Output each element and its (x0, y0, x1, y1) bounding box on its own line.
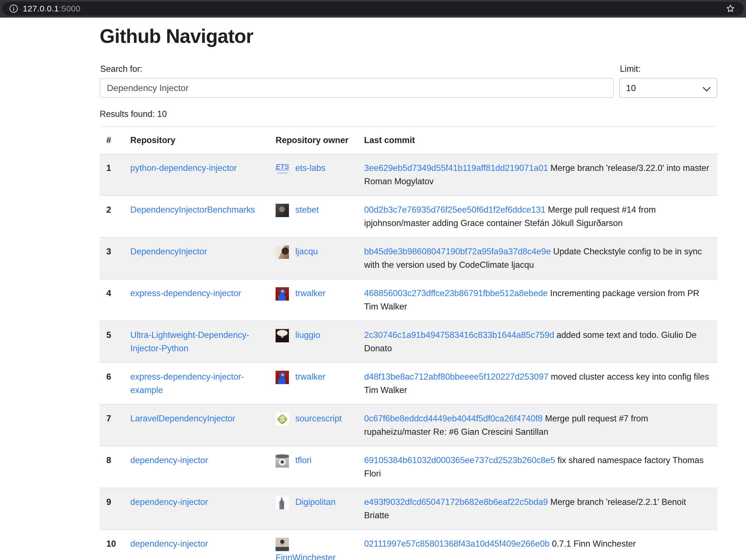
header-repository: Repository (123, 127, 269, 154)
header-index: # (99, 127, 123, 154)
owner-cell: trwalker (269, 279, 357, 321)
row-index: 1 (99, 154, 123, 196)
owner-link[interactable]: trwalker (295, 372, 326, 382)
repository-link[interactable]: dependency-injector (130, 539, 208, 549)
owner-link[interactable]: ljacqu (295, 246, 318, 256)
owner-link[interactable]: ets-labs (295, 163, 326, 173)
search-input[interactable] (99, 78, 614, 98)
owner-avatar-image (276, 538, 289, 551)
row-index: 7 (99, 405, 123, 446)
last-commit-cell: bb45d9e3b98608047190bf72a95fa9a37d8c4e9e… (357, 237, 717, 279)
row-index: 8 (99, 446, 123, 488)
row-index: 2 (99, 196, 123, 237)
repository-cell: dependency-injector (123, 446, 269, 488)
owner-link[interactable]: tflori (295, 455, 312, 465)
table-row: 10 dependency-injector FinnWinchester 02… (99, 530, 717, 560)
owner-cell: tflori (269, 446, 357, 488)
last-commit-cell: e493f9032dfcd65047172b682e8b6eaf22c5bda9… (357, 488, 717, 530)
table-row: 2 DependencyInjectorBenchmarks stebet 00… (99, 196, 717, 237)
owner-avatar-image (276, 204, 289, 217)
last-commit-cell: 3ee629eb5d7349d55f41b119aff81dd219071a01… (357, 154, 717, 196)
repository-cell: DependencyInjector (123, 237, 269, 279)
commit-hash-link[interactable]: 2c30746c1a91b4947583416c833b1644a85c759d (364, 330, 554, 340)
row-index: 5 (99, 321, 123, 363)
last-commit-cell: 468856003c273dffce23b86791fbbe512a8ebede… (357, 279, 717, 321)
browser-chrome: 127.0.0.1:5000 (0, 0, 746, 18)
owner-link[interactable]: sourcescript (295, 414, 342, 423)
results-table-body: 1 python-dependency-injector ets-labs 3e… (99, 154, 717, 560)
limit-select[interactable]: 10 (619, 78, 717, 98)
repository-link[interactable]: LaravelDependencyInjector (130, 414, 235, 423)
results-table: # Repository Repository owner Last commi… (99, 126, 717, 560)
repository-link[interactable]: DependencyInjectorBenchmarks (130, 205, 255, 214)
repository-cell: DependencyInjectorBenchmarks (123, 196, 269, 237)
table-row: 5 Ultra-Lightweight-Dependency-Injector-… (99, 321, 717, 363)
repository-link[interactable]: express-dependency-injector (130, 288, 241, 298)
limit-field-group: Limit: 10 (619, 64, 717, 98)
repository-link[interactable]: dependency-injector (130, 455, 208, 465)
info-icon[interactable] (9, 4, 18, 13)
limit-label: Limit: (620, 64, 717, 74)
url-host: 127.0.0.1 (23, 4, 59, 13)
repository-cell: dependency-injector (123, 488, 269, 530)
owner-avatar-image (276, 454, 289, 468)
repository-link[interactable]: dependency-injector (130, 497, 208, 507)
commit-hash-link[interactable]: 3ee629eb5d7349d55f41b119aff81dd219071a01 (364, 163, 548, 173)
commit-hash-link[interactable]: 0c67f6be8eddcd4449eb4044f5df0ca26f4740f8 (364, 414, 543, 423)
owner-link[interactable]: liuggio (295, 330, 320, 340)
owner-cell: ljacqu (269, 237, 357, 279)
commit-hash-link[interactable]: bb45d9e3b98608047190bf72a95fa9a37d8c4e9e (364, 246, 551, 256)
repository-link[interactable]: express-dependency-injector-example (130, 372, 244, 395)
table-row: 9 dependency-injector Digipolitan e493f9… (99, 488, 717, 530)
header-repository-owner: Repository owner (269, 127, 357, 154)
main-content: Github Navigator Search for: Limit: 10 R… (99, 25, 717, 560)
url-port: :5000 (59, 4, 81, 13)
last-commit-cell: 69105384b61032d000365ee737cd2523b260c8e5… (357, 446, 717, 488)
repository-cell: python-dependency-injector (123, 154, 269, 196)
last-commit-cell: 0c67f6be8eddcd4449eb4044f5df0ca26f4740f8… (357, 405, 717, 446)
results-count: Results found: 10 (99, 109, 717, 119)
owner-link[interactable]: trwalker (295, 288, 326, 298)
table-row: 7 LaravelDependencyInjector sourcescript… (99, 405, 717, 446)
owner-avatar-image (276, 287, 289, 301)
commit-hash-link[interactable]: d48f13be8ac712abf80bbeeee5f120227d253097 (364, 372, 548, 382)
commit-hash-link[interactable]: 00d2b3c7e76935d76f25ee50f6d1f2ef6ddce131 (364, 205, 546, 214)
owner-avatar-image (276, 329, 289, 342)
row-index: 9 (99, 488, 123, 530)
bookmark-star-icon[interactable] (725, 4, 736, 13)
address-bar[interactable]: 127.0.0.1:5000 (2, 2, 744, 16)
repository-cell: express-dependency-injector (123, 279, 269, 321)
owner-cell: Digipolitan (269, 488, 357, 530)
repository-link[interactable]: Ultra-Lightweight-Dependency-Injector-Py… (130, 330, 249, 353)
repository-cell: dependency-injector (123, 530, 269, 560)
repository-cell: Ultra-Lightweight-Dependency-Injector-Py… (123, 321, 269, 363)
owner-link[interactable]: FinnWinchester (276, 553, 336, 560)
owner-link[interactable]: Digipolitan (295, 497, 336, 507)
owner-avatar-image (276, 496, 289, 509)
owner-cell: trwalker (269, 363, 357, 405)
repository-link[interactable]: python-dependency-injector (130, 163, 237, 173)
commit-hash-link[interactable]: 468856003c273dffce23b86791fbbe512a8ebede (364, 288, 548, 298)
last-commit-cell: 02111997e57c85801368f43a10d45f409e266e0b… (357, 530, 717, 560)
last-commit-cell: 2c30746c1a91b4947583416c833b1644a85c759d… (357, 321, 717, 363)
owner-cell: ets-labs (269, 154, 357, 196)
search-field-group: Search for: (99, 64, 614, 98)
owner-avatar-image (276, 245, 289, 259)
search-label: Search for: (100, 64, 614, 74)
last-commit-cell: d48f13be8ac712abf80bbeeee5f120227d253097… (357, 363, 717, 405)
owner-cell: liuggio (269, 321, 357, 363)
repository-cell: express-dependency-injector-example (123, 363, 269, 405)
repository-link[interactable]: DependencyInjector (130, 246, 207, 256)
owner-avatar-image (276, 412, 289, 426)
owner-link[interactable]: stebet (295, 205, 319, 214)
owner-avatar-image (276, 371, 289, 384)
search-form: Search for: Limit: 10 (99, 64, 717, 98)
table-row: 6 express-dependency-injector-example tr… (99, 363, 717, 405)
commit-hash-link[interactable]: e493f9032dfcd65047172b682e8b6eaf22c5bda9 (364, 497, 548, 507)
page-title: Github Navigator (99, 25, 717, 48)
table-row: 4 express-dependency-injector trwalker 4… (99, 279, 717, 321)
commit-hash-link[interactable]: 69105384b61032d000365ee737cd2523b260c8e5 (364, 455, 555, 465)
table-row: 1 python-dependency-injector ets-labs 3e… (99, 154, 717, 196)
repository-cell: LaravelDependencyInjector (123, 405, 269, 446)
commit-hash-link[interactable]: 02111997e57c85801368f43a10d45f409e266e0b (364, 539, 549, 549)
